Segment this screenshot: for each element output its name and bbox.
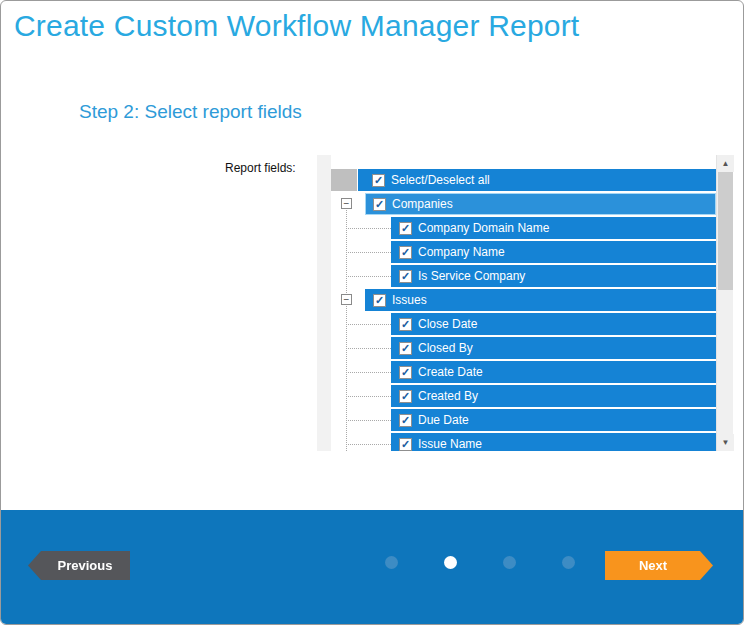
tree-row-created-by[interactable]: ✓Created By [331, 385, 716, 407]
row-checkbox[interactable]: ✓ [399, 246, 412, 259]
row-checkbox[interactable]: ✓ [399, 270, 412, 283]
tree-row-companies[interactable]: −✓Companies [331, 193, 716, 215]
row-checkbox[interactable]: ✓ [399, 390, 412, 403]
collapse-expander-icon[interactable]: − [341, 198, 352, 209]
tree-branch-line [346, 420, 391, 421]
row-checkbox[interactable]: ✓ [399, 438, 412, 451]
tree-row-company-name[interactable]: ✓Company Name [331, 241, 716, 263]
wizard-footer: Previous Next [1, 510, 744, 624]
row-checkbox[interactable]: ✓ [373, 198, 386, 211]
select-all-row[interactable]: ✓Select/Deselect all [331, 169, 716, 191]
row-bar[interactable]: ✓Create Date [391, 361, 716, 383]
tree-row-issues[interactable]: −✓Issues [331, 289, 716, 311]
tree-rows: ✓Select/Deselect all−✓Companies✓Company … [331, 155, 716, 451]
step-dot-1[interactable] [385, 556, 398, 569]
select-all-bar[interactable]: ✓Select/Deselect all [358, 169, 716, 191]
wizard-window: Create Custom Workflow Manager Report St… [0, 0, 744, 625]
row-label: Company Domain Name [418, 221, 549, 235]
tree-branch-line [346, 228, 391, 229]
tree-row-company-domain-name[interactable]: ✓Company Domain Name [331, 217, 716, 239]
row-label: Create Date [418, 365, 483, 379]
row-bar[interactable]: ✓Due Date [391, 409, 716, 431]
row-label: Due Date [418, 413, 469, 427]
row-bar[interactable]: ✓Companies [365, 193, 716, 215]
report-fields-tree: ✓Select/Deselect all−✓Companies✓Company … [317, 155, 733, 451]
tree-branch-line [346, 324, 391, 325]
row-bar[interactable]: ✓Company Domain Name [391, 217, 716, 239]
tree-row-is-service-company[interactable]: ✓Is Service Company [331, 265, 716, 287]
row-label: Created By [418, 389, 478, 403]
tree-branch-line [346, 396, 391, 397]
scroll-down-icon[interactable]: ▼ [717, 434, 734, 451]
row-label: Close Date [418, 317, 477, 331]
select-all-checkbox[interactable]: ✓ [372, 174, 385, 187]
row-label: Issues [392, 293, 427, 307]
row-bar[interactable]: ✓Issue Name [391, 433, 716, 451]
row-checkbox[interactable]: ✓ [399, 222, 412, 235]
row-label: Issue Name [418, 437, 482, 451]
tree-branch-line [346, 348, 391, 349]
row-bar[interactable]: ✓Company Name [391, 241, 716, 263]
row-bar[interactable]: ✓Closed By [391, 337, 716, 359]
row-checkbox[interactable]: ✓ [399, 414, 412, 427]
tree-row-closed-by[interactable]: ✓Closed By [331, 337, 716, 359]
row-label: Company Name [418, 245, 505, 259]
tree-row-close-date[interactable]: ✓Close Date [331, 313, 716, 335]
tree-row-issue-name[interactable]: ✓Issue Name [331, 433, 716, 451]
tree-branch-line [346, 276, 391, 277]
tree-branch-line [346, 252, 391, 253]
row-checkbox[interactable]: ✓ [399, 342, 412, 355]
tree-scrollbar[interactable]: ▲ ▼ [716, 155, 733, 451]
row-label: Closed By [418, 341, 473, 355]
row-checkbox[interactable]: ✓ [373, 294, 386, 307]
tree-row-create-date[interactable]: ✓Create Date [331, 361, 716, 383]
select-all-label: Select/Deselect all [391, 173, 490, 187]
previous-button[interactable]: Previous [28, 551, 130, 580]
step-dot-4[interactable] [562, 556, 575, 569]
row-label: Is Service Company [418, 269, 525, 283]
row-bar[interactable]: ✓Is Service Company [391, 265, 716, 287]
tree-branch-line [346, 444, 391, 445]
scroll-up-icon[interactable]: ▲ [717, 155, 734, 172]
page-title: Create Custom Workflow Manager Report [14, 9, 579, 43]
step-dot-2[interactable] [444, 556, 457, 569]
step-indicator [385, 556, 575, 569]
row-bar[interactable]: ✓Created By [391, 385, 716, 407]
tree-corner-cell [331, 169, 357, 191]
row-checkbox[interactable]: ✓ [399, 318, 412, 331]
row-label: Companies [392, 197, 453, 211]
row-bar[interactable]: ✓Close Date [391, 313, 716, 335]
scrollbar-thumb[interactable] [718, 172, 733, 290]
collapse-expander-icon[interactable]: − [341, 294, 352, 305]
row-bar[interactable]: ✓Issues [365, 289, 716, 311]
step-heading: Step 2: Select report fields [79, 101, 302, 123]
tree-branch-line [346, 372, 391, 373]
next-button[interactable]: Next [605, 551, 713, 580]
step-dot-3[interactable] [503, 556, 516, 569]
report-fields-label: Report fields: [225, 161, 296, 175]
tree-row-due-date[interactable]: ✓Due Date [331, 409, 716, 431]
row-checkbox[interactable]: ✓ [399, 366, 412, 379]
